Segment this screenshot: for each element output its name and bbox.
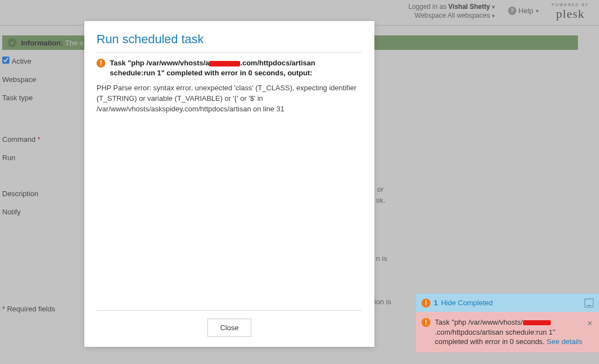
see-details-link[interactable]: See details bbox=[547, 337, 582, 346]
modal-error-row: ! Task "php /var/www/vhosts/a.com/httpdo… bbox=[97, 58, 362, 78]
modal-output-text: PHP Parse error: syntax error, unexpecte… bbox=[97, 83, 362, 115]
task-status-item: ! Task "php /var/www/vhosts/.com/httpdoc… bbox=[416, 312, 599, 352]
hide-completed-link[interactable]: Hide Completed bbox=[441, 299, 493, 307]
minimize-button[interactable] bbox=[585, 299, 593, 307]
modal-title: Run scheduled task bbox=[97, 32, 362, 47]
close-icon[interactable]: × bbox=[587, 317, 592, 347]
task-status-header: ! 1 Hide Completed bbox=[416, 294, 599, 312]
close-button[interactable]: Close bbox=[207, 319, 251, 337]
error-icon: ! bbox=[422, 299, 430, 307]
redacted-block bbox=[209, 61, 240, 66]
redacted-block bbox=[523, 320, 551, 325]
task-status-panel: ! 1 Hide Completed ! Task "php /var/www/… bbox=[416, 294, 599, 352]
error-icon: ! bbox=[97, 59, 105, 68]
run-task-modal: Run scheduled task ! Task "php /var/www/… bbox=[84, 21, 374, 347]
task-count: 1 bbox=[434, 299, 438, 307]
error-icon: ! bbox=[422, 318, 430, 327]
